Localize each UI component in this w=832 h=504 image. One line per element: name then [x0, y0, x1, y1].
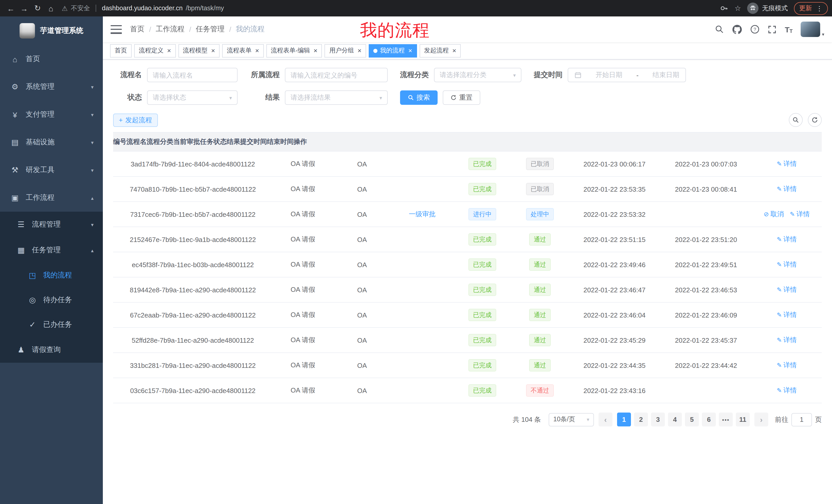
browser-reload-icon[interactable]: ↻ [31, 2, 44, 15]
page-button[interactable]: 3 [651, 413, 665, 426]
current-task-link[interactable]: 一级审批 [409, 209, 436, 219]
user-menu[interactable]: ▾ [801, 22, 824, 37]
tab-user-group[interactable]: 用户分组 × [325, 44, 366, 57]
column-header: 流程分类 [147, 133, 173, 151]
tab-process-definition[interactable]: 流程定义 × [134, 44, 176, 57]
cell-category: OA [333, 211, 391, 218]
status-select[interactable]: 请选择状态 ▾ [147, 90, 238, 105]
tab-my-process[interactable]: 我的流程 × [369, 44, 417, 57]
browser-forward-icon[interactable]: → [18, 2, 31, 15]
cancel-link[interactable]: ⊘取消 [763, 209, 784, 219]
search-button[interactable]: 搜索 [400, 90, 438, 105]
next-page-button[interactable]: › [754, 413, 768, 426]
page-button[interactable]: ••• [719, 413, 733, 426]
sidebar-item-leave-query[interactable]: ♟ 请假查询 [0, 337, 103, 363]
detail-link[interactable]: ✎详情 [777, 386, 797, 395]
sidebar-collapse-button[interactable] [110, 25, 122, 34]
browser-back-icon[interactable]: ← [4, 2, 18, 15]
security-label[interactable]: 不安全 [71, 4, 90, 12]
sidebar-item-payment[interactable]: ¥ 支付管理 [0, 101, 103, 129]
page-button[interactable]: 2 [634, 413, 648, 426]
refresh-button[interactable] [808, 113, 822, 127]
category-select[interactable]: 请选择流程分类 ▾ [434, 68, 521, 82]
detail-link[interactable]: ✎详情 [777, 361, 797, 370]
browser-update-button[interactable]: 更新 ⋮ [794, 2, 828, 15]
browser-home-icon[interactable]: ⌂ [44, 2, 58, 15]
page-button[interactable]: 4 [668, 413, 682, 426]
detail-link[interactable]: ✎详情 [777, 185, 797, 194]
detail-link[interactable]: ✎详情 [777, 335, 797, 345]
process-definition-input[interactable] [290, 71, 382, 79]
close-icon[interactable]: × [314, 47, 317, 54]
chevron-down-icon: ▾ [229, 95, 232, 101]
cell-end-time: 2022-01-22 23:46:53 [660, 286, 752, 293]
page-button[interactable]: 1 [617, 413, 631, 426]
github-icon[interactable] [732, 24, 742, 34]
page-button[interactable]: 5 [685, 413, 699, 426]
result-select[interactable]: 请选择流结果 ▾ [285, 90, 388, 105]
sidebar-item-infra[interactable]: ▤ 基础设施 [0, 129, 103, 156]
cell-actions: ⊘取消 ✎详情 [752, 209, 822, 219]
close-icon[interactable]: × [211, 47, 215, 54]
reset-button[interactable]: 重置 [443, 90, 480, 105]
submit-time-range-picker[interactable]: 开始日期 - 结束日期 [568, 68, 686, 82]
close-icon[interactable]: × [408, 47, 412, 54]
cell-result: 不通过 [511, 384, 569, 397]
prev-page-button[interactable]: ‹ [599, 413, 613, 426]
tab-process-form-edit[interactable]: 流程表单-编辑 × [266, 44, 322, 57]
sidebar-item-todo-tasks[interactable]: ◎ 待办任务 [0, 288, 103, 312]
page-size-select[interactable]: 10条/页 ▾ [549, 413, 594, 426]
tab-process-form[interactable]: 流程表单 × [222, 44, 263, 57]
sidebar-item-workflow[interactable]: ▣ 工作流程 [0, 184, 103, 212]
font-size-icon[interactable]: TT [785, 25, 793, 34]
breadcrumb-item[interactable]: 工作流程 [156, 25, 185, 34]
detail-link[interactable]: ✎详情 [777, 310, 797, 319]
close-icon[interactable]: × [167, 47, 171, 54]
browser-menu-dots-icon[interactable]: ⋮ [816, 4, 823, 12]
sidebar-item-done-tasks[interactable]: ✓ 已办任务 [0, 312, 103, 337]
tab-start-process[interactable]: 发起流程 × [419, 44, 461, 57]
detail-link[interactable]: ✎详情 [790, 209, 810, 219]
sidebar-item-task-manage[interactable]: ▦ 任务管理 [0, 237, 103, 263]
tab-home[interactable]: 首页 [110, 44, 132, 57]
detail-link[interactable]: ✎详情 [777, 159, 797, 169]
process-name-input[interactable] [153, 71, 232, 79]
tab-process-model[interactable]: 流程模型 × [178, 44, 219, 57]
toggle-search-button[interactable] [789, 113, 803, 127]
close-icon[interactable]: × [452, 47, 456, 54]
app-logo-row[interactable]: 芋道管理系统 [0, 17, 103, 45]
start-process-button[interactable]: + 发起流程 [113, 113, 158, 127]
result-badge: 处理中 [526, 208, 554, 220]
password-key-icon[interactable] [720, 4, 728, 12]
cell-process-name: OA 请假 [272, 235, 333, 244]
table-row: 7470a810-7b9b-11ec-b5b7-acde48001122 OA … [113, 177, 822, 202]
cancel-icon: ⊘ [763, 211, 769, 218]
search-icon[interactable] [715, 25, 724, 34]
table-row: 2152467e-7b9b-11ec-9a1b-acde48001122 OA … [113, 227, 822, 252]
help-icon[interactable]: ? [750, 25, 759, 34]
sidebar-item-my-process[interactable]: ◳ 我的流程 [0, 263, 103, 288]
page-button[interactable]: 11 [736, 413, 750, 426]
sidebar-item-system[interactable]: ⚙ 系统管理 [0, 73, 103, 101]
breadcrumb-item[interactable]: 任务管理 [196, 25, 225, 34]
close-icon[interactable]: × [358, 47, 362, 54]
breadcrumb-item[interactable]: 首页 [130, 25, 145, 34]
sidebar-item-home[interactable]: ⌂ 首页 [0, 45, 103, 73]
detail-link[interactable]: ✎详情 [777, 285, 797, 295]
sidebar-item-devtools[interactable]: ⚒ 研发工具 [0, 156, 103, 184]
page-button[interactable]: 6 [702, 413, 716, 426]
detail-link[interactable]: ✎详情 [777, 260, 797, 269]
avatar[interactable] [801, 22, 821, 37]
detail-link[interactable]: ✎详情 [777, 235, 797, 244]
breadcrumb-item[interactable]: 我的流程 [236, 25, 265, 34]
goto-page-input[interactable] [791, 413, 812, 426]
cell-result: 通过 [511, 258, 569, 271]
bookmark-star-icon[interactable]: ☆ [734, 4, 741, 12]
close-icon[interactable]: × [255, 47, 259, 54]
column-header: 状态 [213, 133, 227, 151]
sidebar: 芋道管理系统 ⌂ 首页 ⚙ 系统管理 [0, 17, 103, 504]
cell-submit-time: 2022-01-22 23:49:46 [569, 261, 660, 269]
sidebar-item-process-manage[interactable]: ☰ 流程管理 [0, 212, 103, 237]
address-bar[interactable]: ⚠ 不安全 dashboard.yudao.iocoder.cn/bpm/tas… [62, 4, 720, 12]
fullscreen-icon[interactable] [768, 25, 777, 34]
